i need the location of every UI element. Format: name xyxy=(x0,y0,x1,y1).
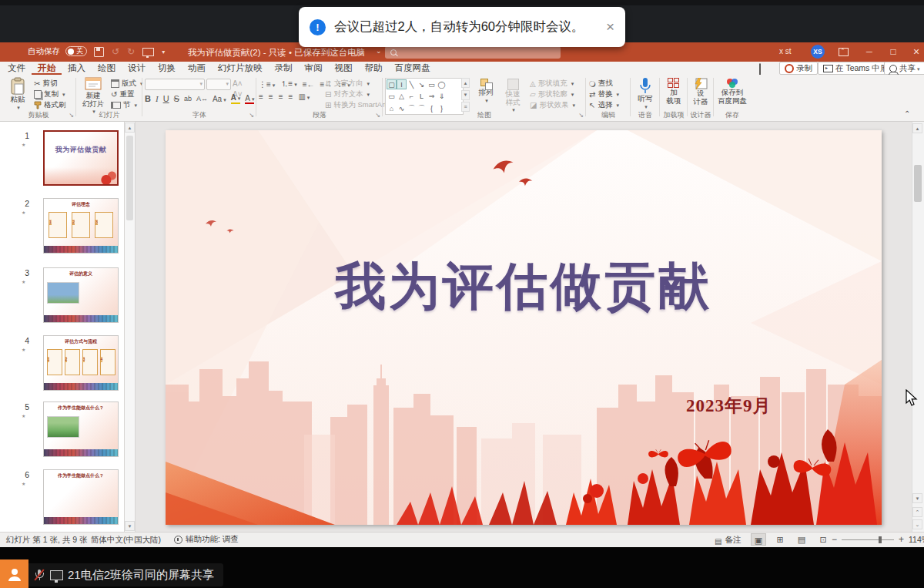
triangle-shape-icon[interactable]: △ xyxy=(397,92,407,102)
thumb-scroll-down-button[interactable] xyxy=(125,521,135,531)
dialog-launcher-icon[interactable] xyxy=(375,112,380,119)
slide-thumbnail-5[interactable]: 作为学生能做点什么？ xyxy=(43,402,119,457)
tab-baidu-netdisk[interactable]: 百度网盘 xyxy=(389,62,437,75)
cut-button[interactable]: ✂剪切 xyxy=(34,79,57,89)
grow-font-icon[interactable]: A˄ xyxy=(233,79,243,88)
close-icon[interactable] xyxy=(606,18,614,35)
dictate-button[interactable]: 听写 xyxy=(633,77,658,111)
underline-button[interactable]: U xyxy=(163,94,169,103)
right-arrow-shape-icon[interactable]: ⇒ xyxy=(427,92,437,102)
strikethrough-button[interactable]: S xyxy=(174,94,179,103)
quick-styles-button[interactable]: 快速 样式 xyxy=(500,79,525,115)
paste-button[interactable]: 粘贴 xyxy=(5,77,31,112)
align-text-button[interactable]: ⊟对齐文本 xyxy=(325,89,370,99)
select-button[interactable]: ↖选择 xyxy=(589,100,619,110)
zoom-slider-thumb[interactable] xyxy=(879,536,882,543)
next-slide-button[interactable]: ⌄ xyxy=(912,519,922,529)
align-center-button[interactable]: ≡ xyxy=(269,92,273,101)
thumb-scroll-up-button[interactable] xyxy=(125,123,135,133)
redo-icon[interactable] xyxy=(127,47,135,56)
share-button[interactable]: 共享 xyxy=(884,62,924,75)
shape-effects-button[interactable]: ◪形状效果 xyxy=(530,100,575,110)
tab-view[interactable]: 视图 xyxy=(329,62,359,75)
dialog-launcher-icon[interactable] xyxy=(249,112,254,119)
text-direction-button[interactable]: ⇵文字方向 xyxy=(325,79,370,89)
search-input[interactable] xyxy=(385,46,561,59)
slide-thumbnail-2[interactable]: 评估理念 1 2 3 xyxy=(43,198,119,254)
font-size-combo[interactable] xyxy=(206,79,231,90)
elbow-shape-icon[interactable]: ⌐ xyxy=(407,92,417,102)
text-tool-icon[interactable]: I xyxy=(397,79,407,89)
columns-button[interactable]: ▥ xyxy=(298,92,310,101)
gallery-up-icon[interactable] xyxy=(461,78,470,88)
notes-button[interactable]: 备注 xyxy=(715,533,741,547)
arrow-shape-icon[interactable]: ↘ xyxy=(417,79,427,89)
select-tool-icon[interactable]: ▢ xyxy=(387,79,397,89)
align-left-button[interactable]: ≡ xyxy=(259,92,263,101)
decrease-indent-button[interactable]: ≡← xyxy=(303,80,315,89)
maximize-button[interactable] xyxy=(886,45,900,59)
previous-slide-button[interactable]: ⌃ xyxy=(912,507,922,517)
thumb-scroll-thumb[interactable] xyxy=(126,136,133,220)
tab-file[interactable]: 文件 xyxy=(2,62,32,75)
shapes-gallery[interactable]: ▢I ╲↘ ▭◯ ▭△ ⌐L ⇒⇓ ⌂∿ ⌒⌒ {} xyxy=(385,78,464,115)
document-title-caret-icon[interactable] xyxy=(376,47,382,55)
bullets-button[interactable]: ⋮≡ xyxy=(259,80,275,89)
font-color-button[interactable]: A xyxy=(245,94,254,104)
language-status[interactable]: 简体中文(中国大陆) xyxy=(91,535,161,546)
normal-view-button[interactable]: ▣ xyxy=(751,533,766,546)
tab-home[interactable]: 开始 xyxy=(32,62,62,75)
down-arrow-shape-icon[interactable]: ⇓ xyxy=(437,92,447,102)
reset-button[interactable]: ↺重置 xyxy=(111,89,134,99)
start-slideshow-icon[interactable] xyxy=(142,48,154,56)
collapse-ribbon-icon[interactable] xyxy=(904,109,910,118)
minimize-button[interactable] xyxy=(862,45,876,59)
find-button[interactable]: 🔾查找 xyxy=(589,79,613,89)
font-name-combo[interactable] xyxy=(145,79,205,90)
tab-draw[interactable]: 绘图 xyxy=(92,62,122,75)
ribbon-display-options-button[interactable] xyxy=(836,45,850,59)
canvas-scroll-thumb[interactable] xyxy=(914,165,922,202)
reading-view-button[interactable]: ▤ xyxy=(794,533,809,546)
tab-slideshow[interactable]: 幻灯片放映 xyxy=(212,62,269,75)
l-shape-icon[interactable]: L xyxy=(417,92,427,102)
undo-icon[interactable] xyxy=(112,47,119,56)
tab-review[interactable]: 审阅 xyxy=(299,62,329,75)
layout-button[interactable]: 版式 xyxy=(111,79,143,89)
oval-shape-icon[interactable]: ◯ xyxy=(437,79,447,89)
justify-button[interactable]: ≡ xyxy=(289,92,293,101)
italic-button[interactable]: I xyxy=(156,94,159,103)
canvas-scroll-down-button[interactable] xyxy=(912,493,922,503)
tab-transitions[interactable]: 切换 xyxy=(152,62,182,75)
slide-canvas[interactable]: 我为评估做贡献 2023年9月 xyxy=(166,130,882,525)
align-right-button[interactable]: ≡ xyxy=(279,92,283,101)
autosave-toggle[interactable]: 关 xyxy=(65,46,87,56)
canvas-scroll-up-button[interactable] xyxy=(912,123,922,133)
zoom-out-button[interactable]: − xyxy=(832,534,837,545)
slide-thumbnail-6[interactable]: 作为学生能做点什么？ xyxy=(43,469,119,525)
change-case-button[interactable]: Aa xyxy=(213,95,226,103)
zoom-level[interactable]: 114% xyxy=(909,535,924,544)
tab-animations[interactable]: 动画 xyxy=(182,62,212,75)
qat-customize-icon[interactable] xyxy=(162,46,165,57)
shape-outline-button[interactable]: ▱形状轮廓 xyxy=(530,89,574,99)
tab-help[interactable]: 帮助 xyxy=(359,62,389,75)
accessibility-status[interactable]: 辅助功能: 调查 xyxy=(174,534,239,545)
highlight-color-button[interactable]: 𝐀 xyxy=(231,93,241,104)
shape-fill-button[interactable]: ◬形状填充 xyxy=(530,79,574,89)
close-window-button[interactable] xyxy=(909,45,923,59)
gallery-down-icon[interactable] xyxy=(461,90,470,100)
text-shadow-button[interactable]: ab xyxy=(184,95,192,102)
rect-shape-icon[interactable]: ▭ xyxy=(427,79,437,89)
bold-button[interactable]: B xyxy=(145,94,151,103)
zoom-in-button[interactable]: + xyxy=(899,534,904,545)
font-resize-buttons[interactable]: A˄ xyxy=(233,79,243,88)
slideshow-view-button[interactable]: ⊡ xyxy=(815,533,831,546)
rounded-rect-shape-icon[interactable]: ▭ xyxy=(387,92,397,102)
slide-thumbnail-4[interactable]: 评估方式与流程 1 2 3 4 xyxy=(43,335,119,391)
replace-button[interactable]: ⇄替换 xyxy=(589,89,619,99)
numbering-button[interactable]: ⒈≡ xyxy=(280,79,296,89)
avatar[interactable]: XS xyxy=(811,45,825,59)
dialog-launcher-icon[interactable] xyxy=(578,112,584,119)
char-spacing-button[interactable]: A↔ xyxy=(196,95,208,102)
